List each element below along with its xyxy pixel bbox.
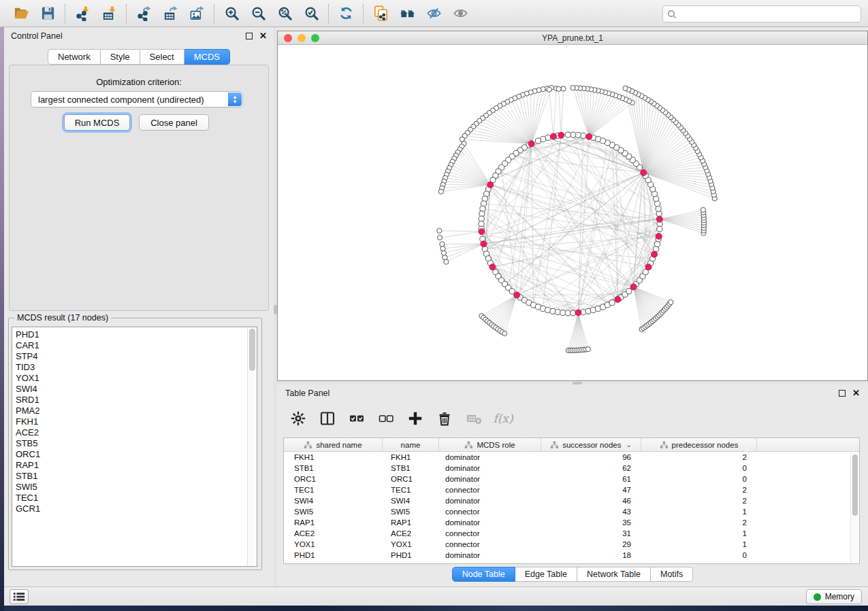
mcds-result-item[interactable]: CAR1 bbox=[16, 340, 257, 351]
close-panel-icon[interactable]: ✕ bbox=[259, 33, 267, 39]
network-edge[interactable] bbox=[643, 142, 692, 173]
network-leaf-node[interactable] bbox=[437, 235, 442, 240]
table-options-button[interactable] bbox=[289, 410, 307, 427]
network-leaf-node[interactable] bbox=[547, 87, 551, 92]
mcds-node[interactable] bbox=[656, 216, 662, 222]
column-header-successor-nodes[interactable]: successor nodes⌄ bbox=[541, 438, 641, 451]
network-leaf-node[interactable] bbox=[437, 229, 442, 233]
mcds-node[interactable] bbox=[586, 133, 592, 139]
cell-successor-nodes[interactable]: 43 bbox=[541, 508, 641, 516]
network-node[interactable] bbox=[575, 132, 581, 137]
network-edge[interactable] bbox=[448, 171, 490, 185]
network-canvas[interactable] bbox=[278, 45, 867, 380]
network-edge[interactable] bbox=[578, 313, 582, 350]
network-node[interactable] bbox=[560, 310, 566, 315]
network-window-titlebar[interactable]: YPA_prune.txt_1 bbox=[278, 31, 867, 45]
cell-predecessor-nodes[interactable]: 0 bbox=[641, 475, 757, 483]
delete-column-button[interactable] bbox=[465, 410, 483, 427]
network-leaf-node[interactable] bbox=[440, 242, 445, 246]
zoom-out-button[interactable] bbox=[249, 5, 267, 22]
network-leaf-node[interactable] bbox=[556, 86, 561, 91]
network-edge[interactable] bbox=[589, 95, 612, 137]
network-node[interactable] bbox=[535, 138, 541, 144]
network-edge[interactable] bbox=[440, 231, 481, 237]
clone-network-button[interactable] bbox=[372, 5, 389, 22]
mcds-node[interactable] bbox=[615, 297, 621, 303]
network-overview-button[interactable] bbox=[398, 5, 416, 22]
table-scrollbar[interactable] bbox=[850, 452, 858, 563]
export-table-button[interactable] bbox=[161, 5, 179, 22]
table-row[interactable]: YOX1YOX1connector291 bbox=[284, 539, 859, 550]
network-node[interactable] bbox=[481, 201, 486, 206]
column-header-shared-name[interactable]: shared name bbox=[284, 438, 383, 451]
network-edge[interactable] bbox=[496, 295, 517, 328]
mcds-result-item[interactable]: TID3 bbox=[16, 362, 257, 373]
tab-select[interactable]: Select bbox=[140, 49, 184, 65]
mcds-result-item[interactable]: SWI4 bbox=[16, 384, 257, 395]
cell-shared-name[interactable]: STB1 bbox=[284, 464, 383, 472]
cell-successor-nodes[interactable]: 47 bbox=[541, 486, 641, 494]
mcds-node[interactable] bbox=[575, 310, 581, 316]
export-network-button[interactable] bbox=[135, 5, 152, 22]
network-edge[interactable] bbox=[553, 88, 556, 136]
mcds-result-item[interactable]: ORC1 bbox=[16, 449, 257, 460]
cell-successor-nodes[interactable]: 46 bbox=[541, 497, 641, 505]
network-edge[interactable] bbox=[589, 99, 626, 137]
cell-name[interactable]: FKH1 bbox=[383, 453, 439, 461]
network-edge[interactable] bbox=[446, 244, 483, 261]
mcds-result-item[interactable]: GCR1 bbox=[16, 503, 257, 514]
mcds-node[interactable] bbox=[514, 292, 520, 298]
network-edge[interactable] bbox=[441, 185, 490, 192]
column-header-mcds-role[interactable]: MCDS role bbox=[439, 438, 541, 451]
import-network-button[interactable] bbox=[74, 5, 91, 22]
network-edge[interactable] bbox=[549, 89, 553, 136]
mcds-node[interactable] bbox=[656, 233, 662, 240]
function-builder-button[interactable]: f(x) bbox=[494, 410, 512, 427]
column-header-predecessor-nodes[interactable]: predecessor nodes bbox=[641, 438, 757, 451]
mcds-result-item[interactable]: SRD1 bbox=[16, 395, 257, 406]
cell-shared-name[interactable]: YOX1 bbox=[284, 540, 383, 548]
cell-name[interactable]: TEC1 bbox=[383, 486, 439, 494]
cell-mcds-role[interactable]: dominator bbox=[439, 464, 541, 472]
network-leaf-node[interactable] bbox=[561, 86, 566, 91]
network-node[interactable] bbox=[657, 226, 662, 231]
mcds-node[interactable] bbox=[641, 169, 647, 176]
cell-predecessor-nodes[interactable]: 2 bbox=[641, 518, 757, 527]
cell-mcds-role[interactable]: dominator bbox=[439, 497, 541, 505]
tab-network[interactable]: Network bbox=[48, 49, 101, 65]
network-edge[interactable] bbox=[483, 239, 634, 286]
mcds-result-item[interactable]: FKH1 bbox=[16, 416, 257, 427]
cell-mcds-role[interactable]: connector bbox=[439, 529, 541, 538]
mcds-node[interactable] bbox=[479, 229, 485, 235]
network-edge[interactable] bbox=[500, 295, 517, 331]
network-edge[interactable] bbox=[589, 91, 602, 137]
open-session-button[interactable] bbox=[12, 5, 30, 22]
close-window-icon[interactable] bbox=[284, 34, 292, 42]
table-scrollbar-thumb[interactable] bbox=[852, 455, 858, 516]
network-node[interactable] bbox=[581, 133, 586, 138]
maximize-window-icon[interactable] bbox=[311, 34, 319, 42]
network-node[interactable] bbox=[565, 132, 570, 137]
network-edge[interactable] bbox=[460, 150, 490, 185]
network-edge[interactable] bbox=[444, 244, 483, 252]
cell-name[interactable]: ACE2 bbox=[383, 529, 439, 538]
cell-name[interactable]: YOX1 bbox=[383, 540, 439, 548]
network-node[interactable] bbox=[585, 308, 591, 314]
close-table-panel-icon[interactable]: ✕ bbox=[852, 390, 860, 397]
tab-edge-table[interactable]: Edge Table bbox=[515, 567, 577, 582]
mcds-node[interactable] bbox=[487, 182, 494, 188]
close-panel-button[interactable]: Close panel bbox=[139, 114, 209, 131]
mcds-node[interactable] bbox=[481, 241, 487, 247]
mcds-result-item[interactable]: SWI5 bbox=[16, 482, 257, 493]
cell-successor-nodes[interactable]: 29 bbox=[541, 540, 641, 548]
cell-predecessor-nodes[interactable]: 2 bbox=[641, 486, 757, 494]
search-box[interactable] bbox=[662, 5, 861, 22]
cell-mcds-role[interactable]: dominator bbox=[439, 475, 541, 483]
network-edge[interactable] bbox=[453, 162, 491, 185]
network-leaf-node[interactable] bbox=[438, 189, 443, 194]
network-edge[interactable] bbox=[643, 173, 711, 184]
cell-predecessor-nodes[interactable]: 0 bbox=[641, 551, 757, 559]
network-edge[interactable] bbox=[454, 159, 490, 185]
cell-name[interactable]: STB1 bbox=[383, 464, 439, 472]
minimize-window-icon[interactable] bbox=[298, 34, 306, 42]
